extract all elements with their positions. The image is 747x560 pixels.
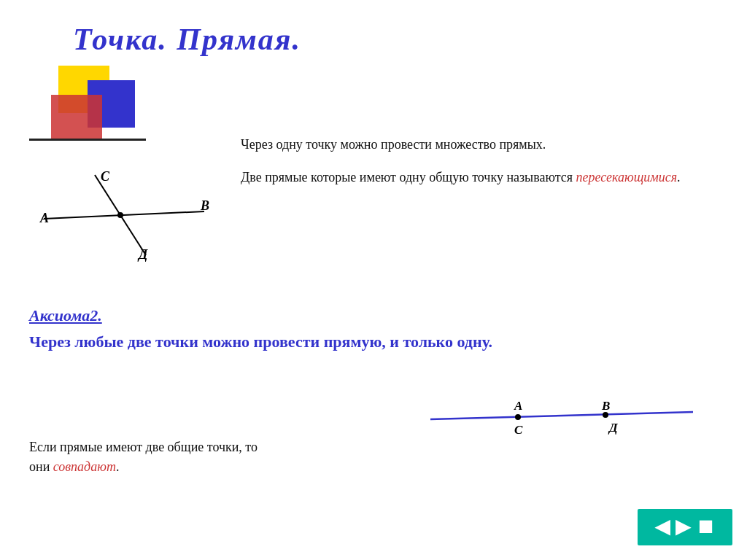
svg-point-8: [515, 414, 521, 420]
svg-text:А: А: [39, 211, 49, 225]
svg-line-7: [430, 412, 693, 419]
logo-red-square: [51, 95, 102, 139]
bottom-text-italic: совпадают: [53, 459, 116, 474]
svg-text:В: В: [601, 399, 610, 413]
svg-point-9: [603, 412, 608, 418]
svg-text:С: С: [514, 423, 523, 437]
logo-decoration: [29, 66, 146, 146]
stop-button[interactable]: ⏹: [696, 518, 715, 537]
text-block-2: Две прямые которые имеют одну общую точк…: [241, 168, 718, 187]
svg-text:В: В: [200, 198, 209, 213]
svg-text:C: C: [101, 169, 110, 184]
svg-text:Д: Д: [608, 421, 619, 435]
axiom-section: Аксиома2. Через любые две точки можно пр…: [29, 306, 718, 368]
text-2-italic: пересекающимися: [576, 170, 678, 184]
logo-line: [29, 139, 146, 141]
diagram-top: C А В Д: [36, 168, 226, 262]
bottom-left-text: Если прямые имеют две общие точки, то он…: [29, 438, 263, 477]
nav-button[interactable]: ◀ ▶ ⏹: [638, 509, 732, 545]
text-1: Через одну точку можно провести множеств…: [241, 137, 546, 152]
page: Точка. Прямая. C А В Д Через одну точку …: [0, 0, 747, 560]
bottom-text-part2: .: [116, 459, 120, 474]
svg-text:Д: Д: [137, 247, 148, 262]
text-2-part1: Две прямые которые имеют одну общую точк…: [241, 170, 576, 184]
axiom-text: Через любые две точки можно провести пря…: [29, 331, 718, 354]
content-right: Через одну точку можно провести множеств…: [241, 135, 718, 201]
play-button[interactable]: ▶: [676, 518, 690, 537]
text-2-part2: .: [677, 170, 681, 184]
svg-text:А: А: [514, 399, 522, 413]
text-block-1: Через одну точку можно провести множеств…: [241, 135, 718, 155]
svg-point-2: [117, 212, 123, 218]
prev-button[interactable]: ◀: [655, 518, 670, 537]
page-title: Точка. Прямая.: [73, 22, 718, 57]
svg-line-0: [44, 211, 204, 219]
axiom-title: Аксиома2.: [29, 306, 718, 325]
diagram-bottom: А В С Д: [423, 394, 700, 452]
